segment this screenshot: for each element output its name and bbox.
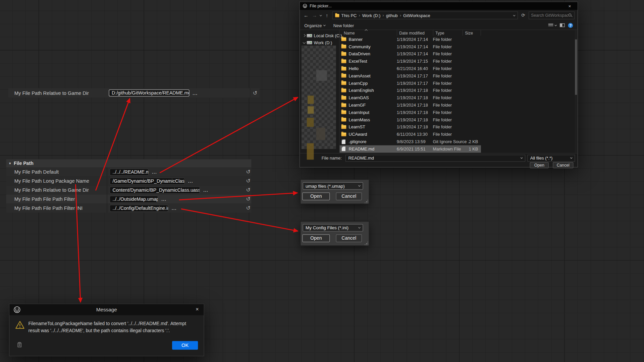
property-row-file-path-filter: My File Path File Path Filter ../../Outs… (6, 194, 251, 203)
file-type-filter-combobox[interactable]: My Config Files (*.ini) (303, 224, 363, 232)
cancel-button[interactable]: Cancel (336, 192, 362, 200)
file-row[interactable]: UCAward6/11/2024 13:30File folder (340, 131, 481, 138)
property-row-default: My File Path Default ../../../README.md … (6, 168, 251, 177)
help-icon[interactable]: ? (568, 23, 573, 28)
new-folder-button[interactable]: New folder (333, 23, 354, 28)
file-row[interactable]: LearnAsset1/19/2024 17:17File folder (340, 72, 481, 79)
reset-icon[interactable]: ↺ (246, 205, 250, 210)
reset-to-default-box: ↺ (251, 88, 260, 98)
reset-icon[interactable]: ↺ (253, 90, 257, 96)
address-bar[interactable]: This PC › Work (D:) › github › GitWorksp… (332, 11, 518, 19)
property-row-long-package-name: My File Path Long Package Name /Game/Dyn… (6, 177, 251, 186)
file-row[interactable]: LearnST1/19/2024 17:18File folder (340, 123, 481, 131)
file-row[interactable]: LearnEnglish1/19/2024 17:18File folder (340, 87, 481, 94)
expand-triangle-icon[interactable]: ▾ (9, 161, 11, 165)
back-icon[interactable]: ← (303, 12, 309, 18)
browse-ellipsis-button[interactable]: ... (203, 188, 208, 193)
search-box[interactable] (529, 11, 575, 19)
open-button[interactable]: Open (302, 192, 330, 200)
ok-button[interactable]: OK (172, 341, 198, 350)
search-icon (569, 13, 572, 17)
column-header-date-modified[interactable]: Date modified (397, 30, 433, 36)
breadcrumb-item[interactable]: This PC (341, 13, 357, 18)
file-name-combobox[interactable]: README.md (345, 155, 525, 162)
column-header-size[interactable]: Size (463, 30, 481, 36)
file-list: Name Date modified Type Size Banner1/19/… (340, 30, 578, 153)
browse-ellipsis-button[interactable]: ... (172, 205, 177, 210)
section-header[interactable]: ▾ File Path (6, 159, 251, 167)
file-row[interactable]: ExcelTest1/19/2024 17:15File folder (340, 58, 481, 65)
file-row[interactable]: .gitignore9/8/2023 13:59Git Ignore Sourc… (340, 138, 481, 145)
file-type-combobox[interactable]: All files (*.*) (527, 155, 575, 162)
open-button[interactable]: Open (302, 234, 330, 242)
up-icon[interactable]: ↑ (324, 12, 330, 18)
organize-button[interactable]: Organize (304, 23, 325, 28)
column-header-type[interactable]: Type (433, 30, 463, 36)
umap-filter-dialog: umap files (*.umap) Open Cancel (300, 179, 369, 204)
folder-tree-sidebar: Local Disk (C:) Work (D:) (300, 30, 340, 153)
file-row[interactable]: Community1/19/2024 17:14File folder (340, 43, 481, 50)
chevron-right-icon: › (400, 13, 401, 17)
title-bar[interactable]: Message × (9, 304, 204, 315)
copy-icon[interactable] (17, 342, 22, 348)
scrollbar[interactable] (575, 30, 578, 153)
file-row[interactable]: LearnCpp1/19/2024 17:17File folder (340, 79, 481, 87)
reset-icon[interactable]: ↺ (246, 187, 250, 192)
folder-icon (341, 81, 346, 85)
file-row[interactable]: LearnInput1/19/2024 17:18File folder (340, 109, 481, 116)
scrollbar-thumb[interactable] (575, 40, 577, 95)
browse-ellipsis-button[interactable]: ... (193, 90, 198, 96)
reset-icon[interactable]: ↺ (246, 196, 250, 201)
change-view-button[interactable] (548, 23, 556, 27)
sidebar-item-label: Work (D:) (314, 40, 332, 45)
reset-icon[interactable]: ↺ (246, 169, 250, 174)
resize-grip[interactable] (364, 241, 368, 245)
file-path-input[interactable]: ../../OutsideMap.umap (110, 195, 158, 202)
file-row[interactable]: Hello6/21/2024 16:40File folder (340, 65, 481, 72)
search-input[interactable] (531, 13, 568, 17)
resize-grip[interactable] (364, 199, 368, 203)
property-label: My File Path File Path Filter (14, 196, 110, 202)
navigation-bar: ← → ↑ This PC › Work (D:) › github › Git… (300, 10, 578, 21)
file-type-filter-combobox[interactable]: umap files (*.umap) (303, 182, 363, 190)
cancel-button[interactable]: Cancel (553, 162, 573, 168)
folder-icon (341, 125, 346, 129)
reset-icon[interactable]: ↺ (246, 178, 250, 183)
file-row[interactable]: LearnMass1/19/2024 17:18File folder (340, 116, 481, 123)
browse-ellipsis-button[interactable]: ... (161, 197, 166, 202)
forward-icon[interactable]: → (311, 12, 318, 18)
close-icon[interactable]: × (565, 3, 575, 8)
file-row[interactable]: LearnGF1/19/2024 17:18File folder (340, 102, 481, 109)
chevron-down-icon[interactable] (513, 14, 516, 16)
file-row[interactable]: Banner1/19/2024 17:14File folder (340, 36, 481, 43)
file-path-input[interactable]: /Game/Dynamic/BP_DynamicClass (110, 178, 185, 185)
folder-icon (341, 38, 346, 41)
browse-ellipsis-button[interactable]: ... (152, 170, 157, 175)
file-path-input[interactable]: Content/Dynamic/BP_DynamicClass.uasset (110, 187, 200, 194)
file-row-selected[interactable]: README.md6/9/2021 15:51Markdown File1 KB (340, 145, 481, 153)
close-icon[interactable]: × (196, 306, 199, 312)
warning-icon (15, 320, 24, 329)
file-path-input[interactable]: ../../Config/DefaultEngine.ini (110, 204, 168, 212)
browse-ellipsis-button[interactable]: ... (188, 179, 193, 184)
refresh-icon[interactable]: ⟳ (520, 13, 527, 18)
file-path-input[interactable]: D:/github/GitWorkspace/README.md (109, 89, 189, 97)
sidebar-item-local-disk-c[interactable]: Local Disk (C:) (300, 32, 339, 39)
chevron-down-icon[interactable] (320, 14, 322, 16)
cancel-button[interactable]: Cancel (336, 234, 362, 242)
sidebar-item-work-d[interactable]: Work (D:) (300, 39, 339, 46)
file-row[interactable]: LearnGAS1/19/2024 17:18File folder (340, 94, 481, 102)
property-label: My File Path Relative to Game Dir (14, 187, 110, 193)
file-picker-window: File picker... × ← → ↑ This PC › Work (D… (300, 2, 578, 168)
breadcrumb-item[interactable]: GitWorkspace (403, 13, 430, 18)
column-header-name[interactable]: Name (340, 30, 397, 36)
open-button[interactable]: Open (530, 162, 549, 168)
property-label: My File Path Long Package Name (14, 178, 110, 184)
file-icon (342, 139, 345, 144)
preview-pane-icon[interactable] (560, 23, 565, 27)
file-row[interactable]: DataDriven1/19/2024 17:14File folder (340, 50, 481, 58)
title-bar[interactable]: File picker... × (300, 2, 578, 10)
breadcrumb-item[interactable]: github (386, 13, 398, 18)
breadcrumb-item[interactable]: Work (D:) (362, 13, 381, 18)
file-path-input[interactable]: ../../../README.md (110, 169, 149, 176)
